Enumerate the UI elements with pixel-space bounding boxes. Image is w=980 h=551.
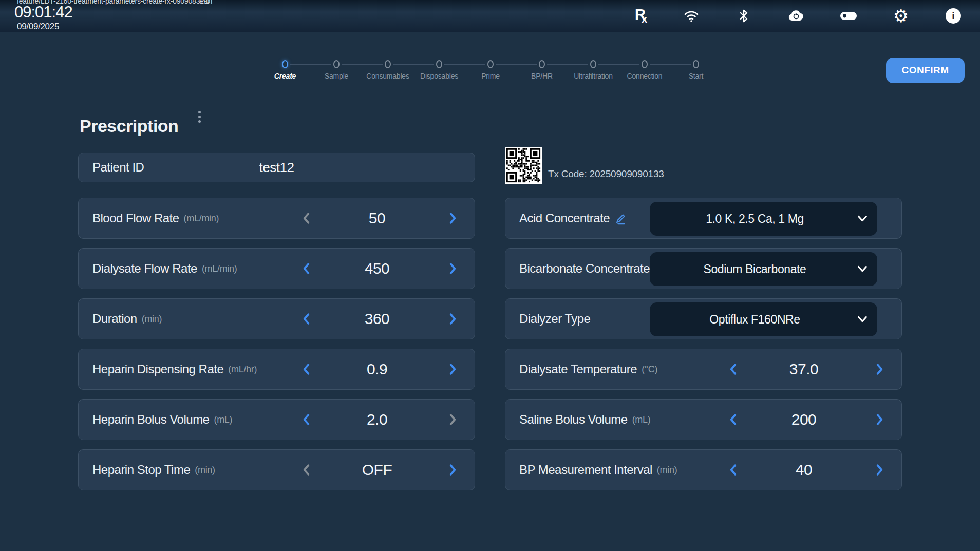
step-circle xyxy=(282,60,288,68)
increment-button[interactable] xyxy=(870,349,889,389)
decrement-button[interactable] xyxy=(297,400,316,440)
unit-label: (mL/min) xyxy=(184,213,219,224)
param-value: 0.9 xyxy=(336,349,418,389)
chevron-down-icon xyxy=(857,315,868,326)
unit-label: (mL/min) xyxy=(202,263,237,274)
blood-flow-rate-row: Blood Flow Rate(mL/min) 50 xyxy=(78,198,475,239)
unit-label: (mL) xyxy=(214,414,232,425)
param-value: 40 xyxy=(763,450,845,490)
decrement-button[interactable] xyxy=(297,299,316,339)
increment-button[interactable] xyxy=(443,450,462,490)
bicarbonate-concentrate-dropdown[interactable]: Sodium Bicarbonate xyxy=(650,252,877,286)
unit-label: (°C) xyxy=(642,364,657,375)
step-circle xyxy=(539,60,545,68)
step-circle xyxy=(642,60,648,68)
acid-concentrate-dropdown[interactable]: 1.0 K, 2.5 Ca, 1 Mg xyxy=(650,202,877,236)
step-create[interactable]: Create xyxy=(259,60,311,80)
decrement-button[interactable] xyxy=(724,349,743,389)
prescription-screen: feature/LDT-2160-treatment-parameters-cr… xyxy=(0,0,980,551)
step-start[interactable]: Start xyxy=(670,60,722,80)
param-value: OFF xyxy=(336,450,418,490)
step-circle xyxy=(333,60,340,68)
param-value: 450 xyxy=(336,249,418,289)
step-circle xyxy=(436,60,442,68)
acid-concentrate-row: Acid Concentrate 1.0 K, 2.5 Ca, 1 Mg xyxy=(505,198,902,239)
increment-button[interactable] xyxy=(443,400,462,440)
info-icon[interactable]: i xyxy=(945,7,962,25)
clock-time: 09:01:42 xyxy=(14,3,72,22)
step-sample[interactable]: Sample xyxy=(311,60,362,80)
bluetooth-icon xyxy=(735,7,752,25)
heparin-dispensing-rate-row: Heparin Dispensing Rate(mL/hr) 0.9 xyxy=(78,349,475,390)
heparin-bolus-volume-row: Heparin Bolus Volume(mL) 2.0 xyxy=(78,399,475,440)
tx-code-label: Tx Code: 20250909090133 xyxy=(548,168,664,184)
increment-button[interactable] xyxy=(443,299,462,339)
settings-gear-icon[interactable]: ⚙ xyxy=(892,7,910,25)
step-bphr[interactable]: BP/HR xyxy=(516,60,568,80)
cloud-sync-icon xyxy=(787,7,805,25)
decrement-button[interactable] xyxy=(724,450,743,490)
increment-button[interactable] xyxy=(870,450,889,490)
step-circle xyxy=(590,60,596,68)
step-ultrafiltration[interactable]: Ultrafiltration xyxy=(568,60,619,80)
increment-button[interactable] xyxy=(443,249,462,289)
chevron-down-icon xyxy=(857,214,868,225)
step-circle xyxy=(385,60,391,68)
rx-icon: Rx xyxy=(633,7,650,25)
step-circle xyxy=(487,60,494,68)
unit-label: (mL) xyxy=(632,414,651,425)
decrement-button[interactable] xyxy=(297,450,316,490)
step-consumables[interactable]: Consumables xyxy=(362,60,413,80)
decrement-button[interactable] xyxy=(297,349,316,389)
param-value: 37.0 xyxy=(763,349,845,389)
dialyzer-type-dropdown[interactable]: Optiflux F160NRe xyxy=(650,302,877,336)
patient-id-row[interactable]: Patient ID test12 xyxy=(78,153,475,182)
increment-button[interactable] xyxy=(443,349,462,389)
unit-label: (min) xyxy=(142,314,162,325)
step-connection[interactable]: Connection xyxy=(619,60,670,80)
kebab-menu-icon[interactable] xyxy=(198,109,209,124)
param-value: 360 xyxy=(336,299,418,339)
step-prime[interactable]: Prime xyxy=(465,60,516,80)
step-disposables[interactable]: Disposables xyxy=(413,60,465,80)
param-value: 200 xyxy=(763,400,845,440)
unit-label: (min) xyxy=(657,465,677,476)
chevron-down-icon xyxy=(857,264,868,276)
bicarbonate-concentrate-row: Bicarbonate Concentrate Sodium Bicarbona… xyxy=(505,248,902,289)
dialyzer-type-row: Dialyzer Type Optiflux F160NRe xyxy=(505,298,902,339)
heparin-stop-time-row: Heparin Stop Time(min) OFF xyxy=(78,449,475,490)
confirm-button[interactable]: CONFIRM xyxy=(886,58,965,83)
unit-label: (mL/hr) xyxy=(228,364,257,375)
top-status-bar: feature/LDT-2160-treatment-parameters-cr… xyxy=(0,0,980,32)
param-value: 2.0 xyxy=(336,400,418,440)
page-title: Prescription xyxy=(80,116,178,136)
param-value: 50 xyxy=(336,198,418,238)
tx-qr-block: Tx Code: 20250909090133 xyxy=(505,147,664,184)
bp-measurement-interval-row: BP Measurement Interval(min) 40 xyxy=(505,449,902,490)
qr-code xyxy=(505,147,542,184)
dialysate-flow-rate-row: Dialysate Flow Rate(mL/min) 450 xyxy=(78,248,475,289)
patient-id-value[interactable]: test12 xyxy=(79,153,475,182)
increment-button[interactable] xyxy=(870,400,889,440)
increment-button[interactable] xyxy=(443,198,462,238)
decrement-button[interactable] xyxy=(724,400,743,440)
wifi-icon xyxy=(683,7,700,25)
saline-bolus-volume-row: Saline Bolus Volume(mL) 200 xyxy=(505,399,902,440)
decrement-button[interactable] xyxy=(297,198,316,238)
dialysate-temperature-row: Dialysate Temperature(°C) 37.0 xyxy=(505,349,902,390)
timezone-label: PDT xyxy=(199,0,214,5)
duration-row: Duration(min) 360 xyxy=(78,298,475,339)
battery-icon xyxy=(840,7,857,25)
step-circle xyxy=(693,60,699,68)
edit-pencil-icon[interactable] xyxy=(614,212,628,225)
clock-date: 09/09/2025 xyxy=(17,22,59,32)
decrement-button[interactable] xyxy=(297,249,316,289)
unit-label: (min) xyxy=(195,465,215,476)
